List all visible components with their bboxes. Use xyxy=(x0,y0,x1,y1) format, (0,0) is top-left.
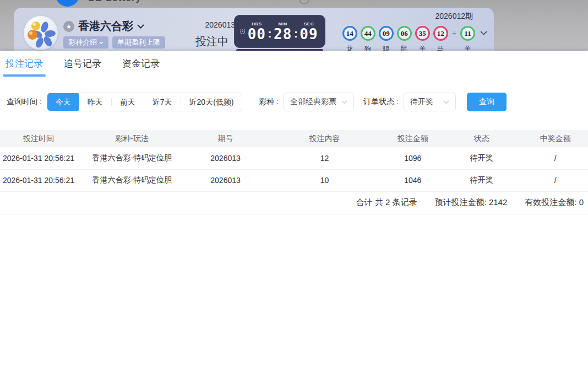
cell-bet-content: 12 xyxy=(264,147,385,169)
ball-number: 09 xyxy=(379,26,394,41)
date-option-20days[interactable]: 近20天(低频) xyxy=(181,93,242,111)
content-panel: 投注记录 追号记录 资金记录 查询时间 : 今天 昨天 前天 近7天 近20天(… xyxy=(0,51,588,366)
ball-number: 11 xyxy=(460,26,475,41)
summary-valid-amount: 有效投注金额: 0 xyxy=(525,197,584,208)
cell-bet-amount: 1096 xyxy=(385,147,440,169)
date-option-yesterday[interactable]: 昨天 xyxy=(79,93,111,111)
table-row: 2026-01-31 20:56:21 香港六合彩-特码定位胆 2026013 … xyxy=(0,147,588,169)
col-bet-amount: 投注金额 xyxy=(385,130,440,147)
tab-bet-records[interactable]: 投注记录 xyxy=(6,51,43,78)
countdown-timer: HRS 00 : MIN 28 : SEC 09 xyxy=(234,15,325,48)
time-filter-label: 查询时间 : xyxy=(7,97,42,107)
profit-limit-button[interactable]: 单期盈利上限 xyxy=(112,36,165,49)
chevron-down-icon[interactable] xyxy=(137,24,144,29)
lottery-banner: ★ 香港六合彩 彩种介绍 单期盈利上限 2026013期 投注中 xyxy=(14,8,494,51)
cell-lottery-play: 香港六合彩-特码定位胆 xyxy=(77,147,187,169)
ball-number: 12 xyxy=(433,26,448,41)
col-period: 期号 xyxy=(187,130,264,147)
lottery-name[interactable]: 香港六合彩 xyxy=(78,19,133,34)
date-option-7days[interactable]: 近7天 xyxy=(144,93,181,111)
order-status-value: 待开奖 xyxy=(410,97,433,107)
tab-chase-records[interactable]: 追号记录 xyxy=(64,51,101,78)
cell-status: 待开奖 xyxy=(440,147,523,169)
date-range-group: 今天 昨天 前天 近7天 近20天(低频) xyxy=(47,93,243,111)
lottery-type-select[interactable]: 全部经典彩票 xyxy=(284,93,354,111)
ball-zodiac: 羊 xyxy=(419,44,426,51)
lottery-logo-icon xyxy=(24,16,58,50)
ball-number: 35 xyxy=(415,26,430,41)
betting-status: 投注中 xyxy=(195,34,228,49)
search-button[interactable]: 查询 xyxy=(467,93,507,111)
ball-zodiac: 鼠 xyxy=(401,44,408,51)
cell-win-amount: / xyxy=(522,147,588,169)
site-logo-icon xyxy=(56,0,79,7)
ball-number: 06 xyxy=(397,26,412,41)
header-background: GB Lottery ★ xyxy=(0,0,588,51)
ball-zodiac: 鸡 xyxy=(383,44,390,51)
col-lottery-play: 彩种-玩法 xyxy=(77,130,187,147)
profit-limit-label: 单期盈利上限 xyxy=(117,36,160,49)
result-ball: 06 鼠 xyxy=(397,26,412,51)
filter-bar: 查询时间 : 今天 昨天 前天 近7天 近20天(低频) 彩种 : 全部经典彩票… xyxy=(0,93,588,111)
summary-total-records: 合计 共 2 条记录 xyxy=(356,197,417,208)
seconds-value: 09 xyxy=(300,26,318,42)
lottery-intro-button[interactable]: 彩种介绍 xyxy=(63,36,108,49)
result-ball: 14 龙 xyxy=(342,26,357,51)
expand-results-chevron-icon[interactable] xyxy=(480,31,487,35)
page: GB Lottery ★ xyxy=(0,0,588,366)
cell-bet-time: 2026-01-31 20:56:21 xyxy=(0,147,77,169)
lottery-filter-label: 彩种 : xyxy=(259,97,279,107)
help-circle-icon xyxy=(299,0,309,4)
ball-zodiac: 狗 xyxy=(364,44,372,51)
chevron-down-icon xyxy=(341,100,347,104)
cell-bet-content: 10 xyxy=(264,169,385,191)
ball-number: 14 xyxy=(342,26,357,41)
minutes-value: 28 xyxy=(274,26,292,42)
order-status-select[interactable]: 待开奖 xyxy=(404,93,456,111)
site-logo-text: GB Lottery xyxy=(88,0,141,4)
alarm-clock-icon xyxy=(239,27,246,36)
plus-sign: + xyxy=(451,26,457,41)
col-status: 状态 xyxy=(440,130,523,147)
lottery-intro-label: 彩种介绍 xyxy=(68,36,97,49)
tab-fund-records[interactable]: 资金记录 xyxy=(122,51,160,78)
col-win-amount: 中奖金额 xyxy=(522,130,588,147)
cell-lottery-play: 香港六合彩-特码定位胆 xyxy=(77,169,187,191)
result-ball-special: 11 羊 xyxy=(460,26,475,51)
hours-value: 00 xyxy=(248,26,266,42)
cell-status: 待开奖 xyxy=(440,169,523,191)
table-header-row: 投注时间 彩种-玩法 期号 投注内容 投注金额 状态 中奖金额 xyxy=(0,130,588,147)
chevron-down-icon xyxy=(443,100,449,104)
result-ball: 35 羊 xyxy=(415,26,430,51)
cell-bet-time: 2026-01-31 20:56:21 xyxy=(0,169,77,191)
last-draw-result: 2026012期 14 龙 44 狗 09 鸡 06 xyxy=(342,12,487,51)
result-ball: 44 狗 xyxy=(361,26,375,51)
table-summary: 合计 共 2 条记录 预计投注金额: 2142 有效投注金额: 0 xyxy=(0,192,588,214)
chevron-down-icon xyxy=(99,41,104,44)
favorite-star-icon[interactable]: ★ xyxy=(63,21,74,32)
timer-colon: : xyxy=(294,25,298,42)
date-option-day-before[interactable]: 前天 xyxy=(112,93,144,111)
date-option-today[interactable]: 今天 xyxy=(47,93,79,111)
last-draw-period: 2026012期 xyxy=(435,12,473,21)
table-row: 2026-01-31 20:56:21 香港六合彩-特码定位胆 2026013 … xyxy=(0,169,588,191)
cell-bet-amount: 1046 xyxy=(385,169,440,191)
col-bet-time: 投注时间 xyxy=(0,130,77,147)
record-tabs: 投注记录 追号记录 资金记录 xyxy=(0,51,588,78)
ball-zodiac: 龙 xyxy=(346,44,353,51)
order-status-filter-label: 订单状态 : xyxy=(363,97,399,107)
cell-win-amount: / xyxy=(522,169,588,191)
cell-period: 2026013 xyxy=(187,147,264,169)
ball-zodiac: 羊 xyxy=(464,44,471,51)
result-ball: 09 鸡 xyxy=(379,26,394,51)
ball-number: 44 xyxy=(361,26,375,41)
timer-colon: : xyxy=(268,25,271,42)
cell-period: 2026013 xyxy=(187,169,264,191)
summary-expected-amount: 预计投注金额: 2142 xyxy=(435,197,508,208)
ball-zodiac: 马 xyxy=(437,44,444,51)
lottery-type-value: 全部经典彩票 xyxy=(290,97,336,107)
col-bet-content: 投注内容 xyxy=(264,130,385,147)
result-ball: 12 马 xyxy=(433,26,448,51)
current-period: 2026013期 xyxy=(177,20,243,30)
bet-records-table: 投注时间 彩种-玩法 期号 投注内容 投注金额 状态 中奖金额 2026-01-… xyxy=(0,130,588,192)
